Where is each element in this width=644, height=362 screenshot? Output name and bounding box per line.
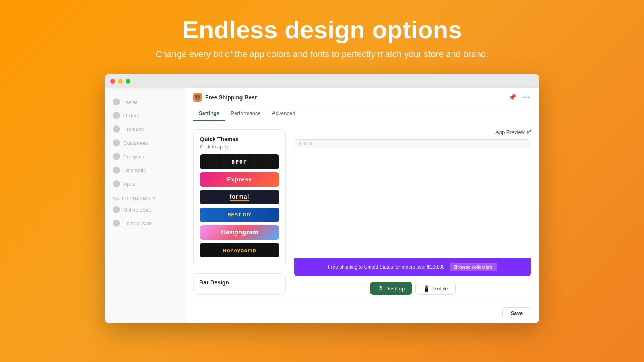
sidebar-label-pos: Point of sale (123, 220, 152, 226)
desktop-toggle-button[interactable]: 🖥 Desktop (370, 282, 413, 295)
preview-dot-1 (298, 142, 301, 145)
quick-themes-title: Quick Themes (200, 136, 279, 142)
shipping-bar-text: Free shipping to United States for order… (328, 264, 445, 270)
sidebar-label-apps: Apps (123, 181, 135, 187)
bar-design-card: Bar Design (193, 273, 286, 295)
tab-advanced[interactable]: Advanced (266, 106, 301, 121)
sidebar-item-pos[interactable]: Point of sale (105, 216, 185, 230)
theme-honeycomb[interactable]: Honeycomb (200, 243, 279, 257)
sidebar-label-products: Products (123, 126, 144, 132)
theme-formal-label: formal (230, 193, 250, 201)
mobile-toggle-label: Mobile (432, 286, 448, 292)
theme-bestdiy-label: BEST DIY (227, 212, 251, 218)
browse-collection-button[interactable]: Browse collection (450, 263, 497, 272)
sidebar-avatar-products (113, 125, 120, 133)
app-preview-label: App Preview (495, 129, 525, 135)
content-area: Quick Themes Click to apply BPOP Express (185, 121, 539, 303)
theme-express-label: Express (227, 176, 252, 183)
sidebar-item-discounts[interactable]: Discounts (105, 163, 185, 177)
sidebar-item-customers[interactable]: Customers (105, 136, 185, 150)
tabs-row: Settings Performance Advanced (185, 106, 539, 121)
main-content: 🐻 Free Shipping Bear 📌 ••• Settings Perf… (185, 88, 539, 323)
app-name: Free Shipping Bear (205, 94, 257, 101)
more-button[interactable]: ••• (521, 93, 531, 102)
save-button[interactable]: Save (502, 307, 531, 319)
theme-formal[interactable]: formal (200, 190, 279, 204)
header-actions: 📌 ••• (507, 93, 531, 102)
sidebar-label-home: Home (123, 99, 137, 105)
app-header: 🐻 Free Shipping Bear 📌 ••• (185, 88, 539, 106)
theme-express[interactable]: Express (200, 172, 279, 187)
desktop-icon: 🖥 (378, 285, 383, 292)
mobile-toggle-button[interactable]: 📱 Mobile (415, 282, 455, 295)
sidebar-item-analytics[interactable]: Analytics (105, 150, 185, 163)
mobile-icon: 📱 (423, 285, 430, 292)
sidebar-label-discounts: Discounts (123, 167, 146, 173)
app-icon: 🐻 (193, 93, 202, 102)
theme-bpop[interactable]: BPOP (200, 154, 279, 169)
hero-title: Endless design options (182, 16, 462, 43)
preview-browser: Free shipping to United States for order… (294, 139, 531, 276)
sidebar-avatar-apps (113, 180, 120, 187)
preview-dot-3 (309, 142, 312, 145)
preview-browser-bar (294, 140, 531, 148)
sidebar-label-analytics: Analytics (123, 154, 144, 160)
theme-bpop-label: BPOP (231, 159, 247, 165)
tab-settings[interactable]: Settings (193, 106, 225, 121)
left-panel: Quick Themes Click to apply BPOP Express (193, 129, 286, 295)
theme-bestdiy[interactable]: BEST DIY (200, 208, 279, 222)
preview-dot-2 (303, 142, 307, 145)
bear-icon: 🐻 (194, 94, 201, 100)
bar-design-title: Bar Design (199, 279, 280, 286)
sidebar-item-apps[interactable]: Apps (105, 177, 185, 191)
preview-content: Free shipping to United States for order… (294, 148, 531, 276)
desktop-toggle-label: Desktop (386, 286, 405, 292)
preview-header: App Preview (294, 129, 531, 135)
sidebar: Home Orders Products Customers Analytics… (105, 88, 185, 323)
sidebar-item-products[interactable]: Products (105, 122, 185, 136)
sidebar-avatar-online-store (113, 206, 120, 213)
minimize-dot (118, 79, 123, 84)
quick-themes-subtitle: Click to apply (200, 144, 279, 150)
pin-button[interactable]: 📌 (507, 93, 518, 102)
sidebar-avatar-discounts (113, 167, 120, 174)
maximize-dot (126, 79, 130, 84)
hero-subtitle: Change every bit of the app colors and f… (156, 49, 489, 60)
external-link-icon (526, 130, 531, 135)
sidebar-avatar-home (113, 98, 120, 105)
close-dot (110, 79, 115, 84)
browser-window: Home Orders Products Customers Analytics… (105, 74, 539, 323)
sidebar-avatar-orders (113, 112, 120, 119)
theme-designgram-label: Designgram (221, 229, 258, 236)
theme-designgram[interactable]: Designgram (200, 225, 279, 240)
sidebar-avatar-pos (113, 220, 120, 227)
app-preview-link[interactable]: App Preview (495, 129, 531, 135)
app-footer: Save (185, 303, 539, 323)
sidebar-label-customers: Customers (123, 140, 149, 146)
sidebar-item-home[interactable]: Home (105, 95, 185, 109)
quick-themes-card: Quick Themes Click to apply BPOP Express (193, 129, 286, 267)
sidebar-item-orders[interactable]: Orders (105, 109, 185, 122)
shipping-bar: Free shipping to United States for order… (294, 258, 531, 276)
sidebar-label-orders: Orders (123, 113, 139, 119)
sidebar-avatar-customers (113, 139, 120, 146)
browser-body: Home Orders Products Customers Analytics… (105, 88, 539, 323)
browser-titlebar (105, 74, 539, 88)
app-title-row: 🐻 Free Shipping Bear (193, 93, 257, 102)
sidebar-avatar-analytics (113, 153, 120, 160)
theme-honeycomb-label: Honeycomb (223, 247, 256, 253)
right-panel: App Preview (294, 129, 531, 295)
tab-performance[interactable]: Performance (225, 106, 266, 121)
sidebar-item-online-store[interactable]: Online store (105, 203, 185, 216)
sidebar-label-online-store: Online store (123, 207, 151, 213)
view-toggle: 🖥 Desktop 📱 Mobile (294, 282, 531, 295)
sidebar-section-label: SALES CHANNELS (105, 191, 185, 203)
